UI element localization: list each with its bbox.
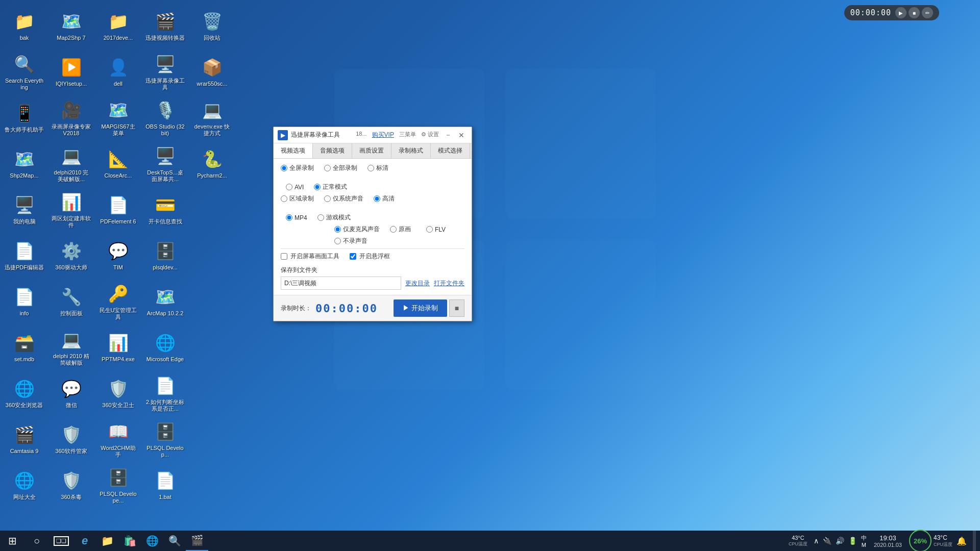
desktop-icon-360soft[interactable]: 🛡️ 360软件管家	[50, 416, 93, 462]
menu-btn[interactable]: 三菜单	[399, 131, 416, 139]
clock-area[interactable]: 19:03 2020.01.03	[870, 533, 906, 549]
radio-hd-input[interactable]	[374, 195, 380, 202]
desktop-icon-pptmp4[interactable]: 📊 PPTMP4.exe	[96, 324, 140, 370]
start-button[interactable]: ⊞	[0, 531, 24, 551]
desktop-icon-wrar[interactable]: 📦 wrar550sc...	[190, 48, 234, 94]
radio-sysaudio[interactable]: 仅系统声音	[324, 194, 363, 203]
radio-sysaudio-input[interactable]	[324, 195, 331, 202]
taskview-button[interactable]: ❑❑	[49, 531, 74, 551]
battery-icon[interactable]: 🔋	[847, 536, 858, 546]
desktop-icon-dell[interactable]: 👤 dell	[96, 48, 140, 94]
radio-area-input[interactable]	[281, 195, 287, 202]
desktop-icon-plsql-develop[interactable]: 🗄️ PLSQL Develop...	[143, 416, 187, 462]
floating-checkbox[interactable]	[350, 253, 356, 260]
radio-mp4-input[interactable]	[286, 214, 292, 221]
radio-hd[interactable]: 高清	[374, 194, 395, 203]
desktop-icon-pycharm[interactable]: 🐍 Pycharm2...	[190, 140, 234, 186]
network-icon[interactable]: 🔌	[822, 536, 832, 546]
timer-stop-button[interactable]: ■	[909, 7, 920, 18]
show-desktop-button[interactable]	[973, 531, 976, 551]
radio-flv-input[interactable]	[426, 226, 433, 233]
radio-avi-input[interactable]	[286, 184, 292, 190]
tab-quality[interactable]: 画质设置	[352, 143, 391, 158]
radio-miconly-input[interactable]	[334, 226, 341, 233]
desktop-icon-word2chm[interactable]: 📖 Word2CHM助手	[96, 416, 140, 462]
desktop-icon-wechat[interactable]: 💬 微信	[50, 370, 93, 416]
ime-lang[interactable]: 中 M	[861, 534, 867, 548]
radio-fullscreen-input[interactable]	[281, 165, 287, 171]
start-record-button[interactable]: ▶ 开始录制	[394, 299, 447, 317]
timer-edit-button[interactable]: ✏	[922, 7, 933, 18]
taskbar-explorer[interactable]: 📁	[96, 531, 118, 551]
desktop-icon-delphi2[interactable]: 💻 delphi 2010 精简破解版	[50, 324, 93, 370]
radio-original[interactable]: 原画	[390, 225, 411, 234]
desktop-icon-desktops[interactable]: 🖥️ DeskTopS...桌面屏幕共...	[143, 140, 187, 186]
radio-area[interactable]: 区域录制	[281, 194, 314, 203]
desktop-icon-kaika[interactable]: 💳 开卡信息查找	[143, 186, 187, 232]
desktop-icon-xunjie-video[interactable]: 🎬 迅捷视频转换器	[143, 3, 187, 48]
desktop-icon-devenv[interactable]: 💻 devenv.exe 快捷方式	[190, 94, 234, 140]
cortana-button[interactable]: ○	[24, 531, 49, 551]
desktop-icon-arcmap[interactable]: 🗺️ ArcMap 10.2.2	[143, 278, 187, 324]
desktop-icon-control[interactable]: 🔧 控制面板	[50, 278, 93, 324]
minimize-button[interactable]: －	[442, 129, 454, 141]
radio-miconly[interactable]: 仅麦克风声音	[334, 225, 380, 234]
desktop-icon-mapgis[interactable]: 🗺️ MAPGIS67主菜单	[96, 94, 140, 140]
change-dir-btn[interactable]: 更改目录	[405, 279, 430, 288]
desktop-icon-wangzhi[interactable]: 🌐 网址大全	[3, 462, 46, 508]
radio-normal-input[interactable]	[314, 184, 321, 190]
radio-original-input[interactable]	[390, 226, 397, 233]
folder-path-input[interactable]	[281, 277, 401, 290]
desktop-icon-search-everything[interactable]: 🔍 Search Everything	[3, 48, 46, 94]
desktop-icon-liangqu[interactable]: 📊 两区划定建库软件	[50, 186, 93, 232]
radio-fullrec[interactable]: 全部录制	[324, 164, 357, 172]
desktop-icon-obs[interactable]: 🎙️ OBS Studio (32bit)	[143, 94, 187, 140]
desktop-icon-bak[interactable]: 📁 bak	[3, 3, 46, 48]
settings-btn[interactable]: ⚙ 设置	[421, 131, 439, 139]
open-folder-btn[interactable]: 打开文件夹	[434, 279, 464, 288]
tab-audio[interactable]: 音频选项	[313, 143, 352, 158]
close-button[interactable]: ✕	[455, 129, 468, 141]
desktop-icon-edge[interactable]: 🌐 Microsoft Edge	[143, 324, 187, 370]
desktop-icon-pdf[interactable]: 📄 迅捷PDF编辑器	[3, 232, 46, 278]
volume-icon[interactable]: 🔊	[835, 536, 845, 546]
taskbar-store[interactable]: 🛍️	[118, 531, 141, 551]
desktop-icon-tim[interactable]: 💬 TIM	[96, 232, 140, 278]
desktop-icon-shp2map[interactable]: 🗺️ Shp2Map...	[3, 140, 46, 186]
timer-play-button[interactable]: ▶	[895, 7, 906, 18]
taskbar-search[interactable]: 🔍	[163, 531, 186, 551]
taskbar-recording[interactable]: 🎬	[186, 531, 208, 551]
desktop-icon-pdfelement[interactable]: 📄 PDFelement 6	[96, 186, 140, 232]
radio-fullscreen[interactable]: 全屏录制	[281, 164, 314, 172]
desktop-icon-iqiyi[interactable]: ▶️ IQIYIsetup...	[50, 48, 93, 94]
desktop-icon-mypc[interactable]: 🖥️ 我的电脑	[3, 186, 46, 232]
notification-button[interactable]: 🔔	[955, 531, 968, 551]
taskbar-ie[interactable]: e	[74, 531, 96, 551]
expand-tray-icon[interactable]: ∧	[813, 536, 820, 546]
radio-standard[interactable]: 标清	[368, 164, 388, 172]
desktop-icon-ludashi[interactable]: 📱 鲁大师手机助手	[3, 94, 46, 140]
desktop-icon-luhua[interactable]: 🎥 录画屏录像专家V2018	[50, 94, 93, 140]
desktop-icon-recycle[interactable]: 🗑️ 回收站	[190, 3, 234, 48]
desktop-icon-plsqldev2[interactable]: 🗄️ plsqldev...	[143, 232, 187, 278]
taskbar-360browser[interactable]: 🌐	[141, 531, 163, 551]
radio-game-input[interactable]	[317, 214, 324, 221]
screentool-checkbox[interactable]	[281, 253, 287, 260]
desktop-icon-map2shp[interactable]: 🗺️ Map2Shp 7	[50, 3, 93, 48]
desktop-icon-camtasia[interactable]: 🎬 Camtasia 9	[3, 416, 46, 462]
tab-format[interactable]: 录制格式	[391, 143, 431, 158]
tab-mode[interactable]: 模式选择	[431, 143, 470, 158]
desktop-icon-2017dev[interactable]: 📁 2017deve...	[96, 3, 140, 48]
radio-normal-mode[interactable]: 正常模式	[314, 183, 347, 191]
desktop-icon-360drive[interactable]: ⚙️ 360驱动大师	[50, 232, 93, 278]
desktop-icon-360guard[interactable]: 🛡️ 360安全卫士	[96, 370, 140, 416]
radio-game-mode[interactable]: 游戏模式	[317, 213, 351, 222]
desktop-icon-plsql[interactable]: 🗄️ PLSQL Develope...	[96, 462, 140, 508]
desktop-icon-1bat[interactable]: 📄 1.bat	[143, 462, 187, 508]
tab-video[interactable]: 视频选项	[274, 143, 313, 158]
radio-standard-input[interactable]	[368, 165, 374, 171]
desktop-icon-360browser[interactable]: 🌐 360安全浏览器	[3, 370, 46, 416]
desktop-icon-info[interactable]: 📄 info	[3, 278, 46, 324]
radio-avi[interactable]: AVI	[286, 183, 304, 191]
desktop-icon-setmdb[interactable]: 🗃️ set.mdb	[3, 324, 46, 370]
